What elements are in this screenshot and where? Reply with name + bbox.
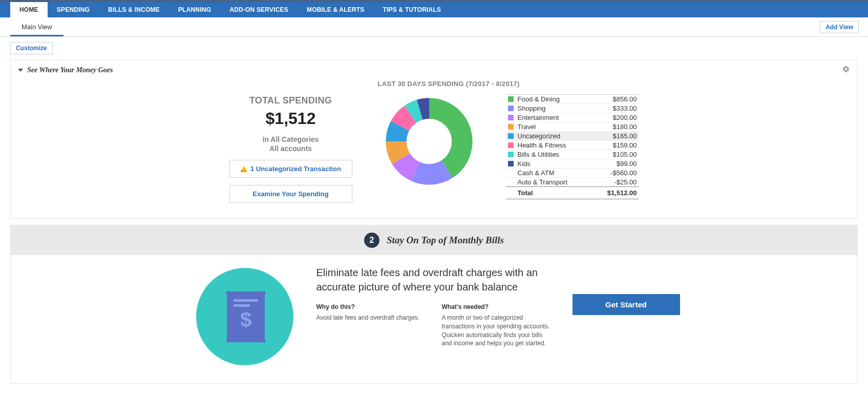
customize-button[interactable]: Customize <box>10 42 53 54</box>
nav-bills-income[interactable]: BILLS & INCOME <box>99 2 169 17</box>
legend-swatch <box>508 133 514 139</box>
examine-spending-button[interactable]: Examine Your Spending <box>229 185 352 203</box>
uncategorized-transaction-button[interactable]: 1 Uncategorized Transaction <box>229 160 352 178</box>
legend-swatch <box>508 161 514 166</box>
nav-mobile-alerts[interactable]: MOBILE & ALERTS <box>298 2 374 17</box>
legend-row[interactable]: Bills & Utilities$105.00 <box>506 150 639 159</box>
legend-total-value: $1,512.00 <box>607 189 637 197</box>
legend-label: Cash & ATM <box>518 169 611 177</box>
legend-value: $856.00 <box>613 95 637 103</box>
nav-addon-services[interactable]: ADD-ON SERVICES <box>220 2 298 17</box>
uncategorized-label: 1 Uncategorized Transaction <box>250 165 341 173</box>
needed-title: What's needed? <box>442 303 552 310</box>
legend-label: Food & Dining <box>518 95 613 103</box>
legend-label: Kids <box>518 160 617 168</box>
nav-home[interactable]: HOME <box>10 2 48 17</box>
nav-planning[interactable]: PLANNING <box>169 2 220 17</box>
legend-label: Health & Fitness <box>518 141 613 149</box>
legend-swatch <box>508 106 514 111</box>
legend-label: Shopping <box>518 105 613 112</box>
legend-swatch <box>508 96 514 102</box>
legend-label: Travel <box>518 123 613 131</box>
legend-label: Uncategorized <box>518 132 613 140</box>
legend-swatch <box>508 142 514 148</box>
legend-row[interactable]: Uncategorized$165.00 <box>506 131 639 140</box>
legend-row[interactable]: Shopping$333.00 <box>506 103 639 113</box>
svg-rect-9 <box>234 299 258 302</box>
legend-row[interactable]: Entertainment$200.00 <box>506 113 639 122</box>
bills-headline: Eliminate late fees and overdraft charge… <box>316 265 552 294</box>
legend-value: $180.00 <box>613 123 637 131</box>
nav-tips-tutorials[interactable]: TIPS & TUTORIALS <box>374 2 451 17</box>
chart-title: LAST 30 DAYS SPENDING (7/2017 - 8/2017) <box>378 80 480 88</box>
legend-row[interactable]: Health & Fitness$159.00 <box>506 140 639 150</box>
legend-value: $99.00 <box>617 160 637 168</box>
legend-value: $105.00 <box>613 151 637 158</box>
legend-value: $200.00 <box>613 114 637 121</box>
why-title: Why do this? <box>316 303 427 310</box>
chart-column: LAST 30 DAYS SPENDING (7/2017 - 8/2017) <box>378 80 480 186</box>
legend-swatch <box>508 190 514 196</box>
svg-text:$: $ <box>240 308 251 331</box>
legend-value: -$25.00 <box>614 178 637 186</box>
legend-label: Bills & Utilities <box>518 151 613 158</box>
legend-swatch <box>508 170 514 176</box>
nav-spending[interactable]: SPENDING <box>48 2 99 17</box>
total-spending-label: TOTAL SPENDING <box>229 95 352 106</box>
legend-row[interactable]: Travel$180.00 <box>506 122 639 131</box>
legend-label: Entertainment <box>518 114 613 121</box>
bill-illustration: $ <box>194 265 296 368</box>
chevron-down-icon[interactable] <box>18 69 23 72</box>
add-view-button[interactable]: Add View <box>820 21 859 33</box>
categories-label: in All Categories <box>229 135 352 143</box>
customize-row: Customize <box>0 37 868 59</box>
legend-total-row: Total$1,512.00 <box>506 186 639 199</box>
bills-header: 2 Stay On Top of Monthly Bills <box>11 225 857 255</box>
legend-value: $165.00 <box>613 132 637 140</box>
legend-swatch <box>508 152 514 157</box>
legend-swatch <box>508 124 514 130</box>
legend-value: $159.00 <box>613 141 637 149</box>
legend-label: Auto & Transport <box>518 178 615 186</box>
why-body: Avoid late fees and overdraft charges. <box>316 314 427 322</box>
why-column: Why do this? Avoid late fees and overdra… <box>316 303 427 348</box>
bills-panel: 2 Stay On Top of Monthly Bills $ Elimina… <box>10 225 858 384</box>
main-nav: HOME SPENDING BILLS & INCOME PLANNING AD… <box>0 2 868 17</box>
subtab-main-view[interactable]: Main View <box>10 18 63 36</box>
accounts-label: All accounts <box>229 144 352 153</box>
total-spending-amount: $1,512 <box>229 109 352 128</box>
svg-rect-10 <box>234 304 250 307</box>
step-number-badge: 2 <box>364 233 379 248</box>
legend-row[interactable]: Auto & Transport-$25.00 <box>506 177 639 186</box>
legend-value: $333.00 <box>613 105 637 112</box>
legend-total-label: Total <box>518 189 607 197</box>
legend-value: -$560.00 <box>610 169 637 177</box>
svg-point-7 <box>396 109 462 175</box>
legend-row[interactable]: Cash & ATM-$560.00 <box>506 168 639 177</box>
legend-swatch <box>508 179 514 185</box>
gear-icon[interactable] <box>842 65 850 75</box>
bills-panel-title: Stay On Top of Monthly Bills <box>387 235 504 246</box>
spending-panel: See Where Your Money Goes TOTAL SPENDING… <box>10 59 858 219</box>
warning-icon <box>240 166 247 172</box>
legend-row[interactable]: Food & Dining$856.00 <box>506 94 639 103</box>
spending-summary: TOTAL SPENDING $1,512 in All Categories … <box>229 80 352 203</box>
sub-nav: Main View Add View <box>0 17 868 37</box>
bills-text-block: Eliminate late fees and overdraft charge… <box>316 265 552 348</box>
get-started-button[interactable]: Get Started <box>573 294 680 315</box>
legend-row[interactable]: Kids$99.00 <box>506 159 639 168</box>
needed-body: A month or two of categorized transactio… <box>442 314 552 348</box>
needed-column: What's needed? A month or two of categor… <box>442 303 552 348</box>
spending-donut-chart[interactable] <box>386 98 473 185</box>
chart-legend: Food & Dining$856.00Shopping$333.00Enter… <box>506 80 639 199</box>
legend-swatch <box>508 115 514 120</box>
panel-title: See Where Your Money Goes <box>27 66 113 74</box>
